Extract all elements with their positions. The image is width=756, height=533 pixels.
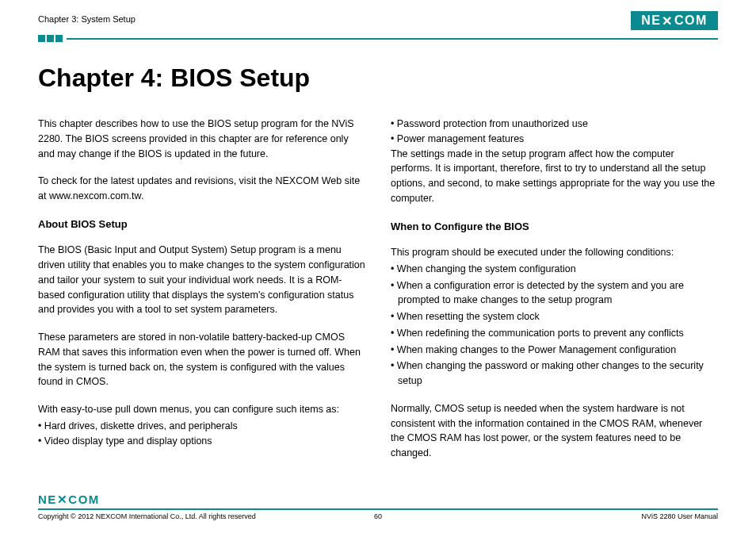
page-number: 60 bbox=[374, 512, 382, 520]
right-column: • Password protection from unauthorized … bbox=[391, 117, 718, 474]
bios-desc-2: These parameters are stored in non-volat… bbox=[38, 330, 365, 389]
cond-1: • When changing the system configuration bbox=[391, 262, 718, 277]
footer-logo-right: COM bbox=[68, 493, 100, 506]
cond-4: • When redefining the communication port… bbox=[391, 326, 718, 341]
square-icon bbox=[38, 35, 45, 42]
square-icon bbox=[55, 35, 63, 42]
footer-logo-x-icon: ✕ bbox=[57, 493, 69, 506]
cond-3: • When resetting the system clock bbox=[391, 309, 718, 324]
copyright-text: Copyright © 2012 NEXCOM International Co… bbox=[38, 512, 256, 520]
footer-logo-left: NE bbox=[38, 493, 57, 506]
logo-text-left: NE bbox=[641, 13, 661, 28]
manual-name: NViS 2280 User Manual bbox=[642, 512, 718, 520]
footer-row: Copyright © 2012 NEXCOM International Co… bbox=[38, 512, 718, 520]
footer-nexcom-logo: NE✕COM bbox=[38, 493, 718, 507]
content-area: Chapter 4: BIOS Setup This chapter descr… bbox=[0, 41, 756, 474]
nexcom-logo: NE✕COM bbox=[631, 11, 718, 30]
chapter-title: Chapter 4: BIOS Setup bbox=[38, 63, 718, 93]
logo-text-right: COM bbox=[674, 13, 708, 28]
header-rule bbox=[67, 38, 718, 40]
update-paragraph: To check for the latest updates and revi… bbox=[38, 174, 365, 204]
two-column-layout: This chapter describes how to use the BI… bbox=[38, 117, 718, 474]
header-chapter-label: Chapter 3: System Setup bbox=[38, 14, 718, 24]
intro-paragraph: This chapter describes how to use the BI… bbox=[38, 117, 365, 161]
left-column: This chapter describes how to use the BI… bbox=[38, 117, 365, 474]
settings-paragraph: The settings made in the setup program a… bbox=[391, 147, 718, 206]
bios-desc-1: The BIOS (Basic Input and Output System)… bbox=[38, 243, 365, 317]
decorative-squares bbox=[38, 35, 63, 42]
bullet-video-display: • Video display type and display options bbox=[38, 434, 365, 449]
menu-intro: With easy-to-use pull down menus, you ca… bbox=[38, 402, 365, 417]
footer-rule bbox=[38, 508, 718, 510]
when-configure-heading: When to Configure the BIOS bbox=[391, 219, 718, 235]
cond-5: • When making changes to the Power Manag… bbox=[391, 343, 718, 358]
page-header: Chapter 3: System Setup NE✕COM bbox=[0, 0, 756, 41]
bullet-hard-drives: • Hard drives, diskette drives, and peri… bbox=[38, 419, 365, 434]
conditions-intro: This program should be executed under th… bbox=[391, 245, 718, 260]
bullet-password: • Password protection from unauthorized … bbox=[391, 117, 718, 132]
logo-x-icon: ✕ bbox=[662, 13, 674, 29]
cond-2: • When a configuration error is detected… bbox=[391, 278, 718, 309]
page-footer: NE✕COM Copyright © 2012 NEXCOM Internati… bbox=[0, 493, 756, 520]
cond-6: • When changing the password or making o… bbox=[391, 359, 718, 389]
bullet-power-mgmt: • Power management features bbox=[391, 132, 718, 147]
about-bios-heading: About BIOS Setup bbox=[38, 217, 365, 232]
square-icon bbox=[47, 35, 54, 42]
cmos-paragraph: Normally, CMOS setup is needed when the … bbox=[391, 401, 718, 461]
